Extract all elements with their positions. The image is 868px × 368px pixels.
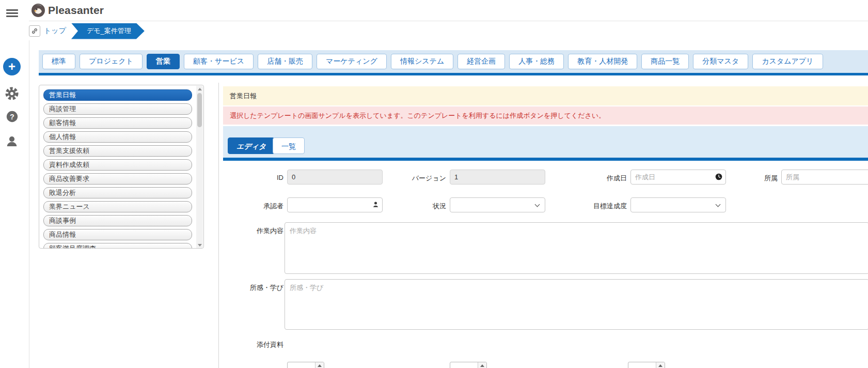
folder-item-industry-news[interactable]: 業界ニュース: [43, 201, 192, 212]
folder-item-personal-info[interactable]: 個人情報: [43, 131, 192, 143]
site-tab-sales[interactable]: 営業: [147, 54, 180, 69]
approver-label: 承認者: [219, 202, 283, 211]
gear-icon: [5, 87, 19, 100]
site-tab-bar: 標準 プロジェクト 営業 顧客・サービス 店舗・販売 マーケティング 情報システ…: [39, 50, 868, 73]
tab-editor[interactable]: エディタ: [228, 137, 275, 154]
site-tab-education[interactable]: 教育・人材開発: [568, 54, 637, 69]
id-label: ID: [219, 174, 283, 181]
status-select[interactable]: [450, 197, 545, 212]
hamburger-menu-icon[interactable]: [6, 9, 18, 17]
spinner-up-icon[interactable]: [318, 364, 322, 367]
folder-item-sales-daily-report[interactable]: 営業日報: [43, 89, 192, 101]
site-tab-category-master[interactable]: 分類マスタ: [693, 54, 748, 69]
view-tab-strip: エディタ 一覧: [223, 126, 868, 158]
reflections-textarea[interactable]: [285, 279, 868, 330]
scroll-up-arrow-icon[interactable]: [198, 88, 202, 90]
reflections-label: 所感・学び: [219, 283, 283, 293]
folder-item-product-improvement[interactable]: 商品改善要求: [43, 173, 192, 185]
folder-item-document-request[interactable]: 資料作成依頼: [43, 159, 192, 171]
created-date-field: [630, 170, 726, 185]
number-field-1[interactable]: [287, 362, 324, 368]
site-tab-store-sales[interactable]: 店舗・販売: [258, 54, 312, 69]
app-title: Pleasanter: [48, 4, 104, 17]
person-icon: [6, 135, 18, 147]
id-input[interactable]: [287, 170, 383, 185]
folder-item-sales-support-request[interactable]: 営業支援依頼: [43, 145, 192, 157]
achievement-select[interactable]: [630, 197, 726, 212]
folder-list-panel: 営業日報 商談管理 顧客情報 個人情報 営業支援依頼 資料作成依頼 商品改善要求…: [39, 85, 204, 249]
left-rail: + ?: [0, 0, 29, 368]
site-tab-product-list[interactable]: 商品一覧: [641, 54, 689, 69]
site-tabs-underline: [39, 73, 868, 75]
department-label: 所属: [713, 174, 778, 183]
link-icon: [31, 27, 38, 35]
question-icon: ?: [6, 111, 18, 122]
site-tab-info-systems[interactable]: 情報システム: [391, 54, 453, 69]
site-tab-hr-general[interactable]: 人事・総務: [509, 54, 564, 69]
tab-list[interactable]: 一覧: [273, 137, 305, 154]
approver-field: [287, 197, 383, 212]
template-notice: 選択したテンプレートの画面サンプルを表示しています。このテンプレートを利用するに…: [223, 106, 868, 125]
pleasanter-app: { "app": { "name": "Pleasanter" }, "brea…: [0, 0, 868, 368]
folder-item-customer-info[interactable]: 顧客情報: [43, 117, 192, 129]
created-date-label: 作成日: [562, 174, 627, 183]
top-header: Pleasanter: [29, 0, 868, 21]
spinner-up-icon[interactable]: [658, 364, 662, 367]
approver-input[interactable]: [287, 197, 383, 212]
chevron-down-icon: [716, 202, 721, 207]
spinner-buttons[interactable]: [478, 362, 486, 368]
version-label: バージョン: [382, 174, 446, 183]
pleasanter-logo-icon: [31, 3, 45, 18]
site-tab-corporate-planning[interactable]: 経営企画: [457, 54, 505, 69]
plus-icon: +: [8, 59, 15, 74]
breadcrumb-top-link[interactable]: トップ: [44, 26, 66, 36]
help-button[interactable]: ?: [3, 110, 21, 122]
spinner-buttons[interactable]: [656, 362, 665, 368]
work-content-textarea[interactable]: [285, 222, 868, 274]
site-tab-project[interactable]: プロジェクト: [80, 54, 143, 69]
account-button[interactable]: [3, 134, 21, 148]
site-tab-custom-app[interactable]: カスタムアプリ: [752, 54, 823, 69]
department-input[interactable]: [781, 170, 868, 185]
breadcrumb: トップ デモ_案件管理: [29, 22, 145, 40]
created-date-input[interactable]: [630, 170, 726, 185]
new-site-button[interactable]: +: [3, 58, 21, 75]
svg-text:?: ?: [10, 112, 14, 120]
settings-button[interactable]: [3, 86, 21, 101]
work-content-label: 作業内容: [219, 226, 283, 236]
view-tabs-underline: [223, 158, 868, 161]
status-label: 状況: [382, 202, 446, 211]
department-field: [781, 170, 868, 185]
approver-person-icon[interactable]: [372, 201, 379, 208]
permalink-button[interactable]: [29, 25, 40, 37]
number-field-3[interactable]: [628, 362, 665, 368]
breadcrumb-current[interactable]: デモ_案件管理: [71, 23, 145, 39]
folder-item-loss-analysis[interactable]: 敗退分析: [43, 187, 192, 198]
scrollbar-thumb[interactable]: [197, 93, 202, 127]
main-panel: 営業日報 選択したテンプレートの画面サンプルを表示しています。このテンプレートを…: [218, 83, 868, 368]
folder-item-customer-satisfaction[interactable]: 顧客満足度調査: [43, 243, 192, 249]
site-tab-customer-service[interactable]: 顧客・サービス: [184, 54, 254, 69]
folder-item-deal-management[interactable]: 商談管理: [43, 103, 192, 115]
page-title: 営業日報: [223, 86, 868, 105]
rail-divider: [29, 40, 29, 368]
folder-item-product-info[interactable]: 商品情報: [43, 229, 192, 240]
number-field-2[interactable]: [450, 362, 487, 368]
folder-item-deal-cases[interactable]: 商談事例: [43, 215, 192, 226]
achievement-label: 目標達成度: [562, 202, 627, 211]
chevron-down-icon: [535, 202, 540, 207]
attachments-label: 添付資料: [219, 340, 283, 349]
site-tab-standard[interactable]: 標準: [42, 54, 75, 69]
folder-list-scrollbar[interactable]: [196, 86, 203, 249]
site-tab-marketing[interactable]: マーケティング: [317, 54, 387, 69]
spinner-up-icon[interactable]: [480, 364, 484, 367]
version-input[interactable]: [450, 170, 545, 185]
spinner-buttons[interactable]: [315, 362, 324, 368]
scroll-down-arrow-icon[interactable]: [198, 244, 202, 247]
